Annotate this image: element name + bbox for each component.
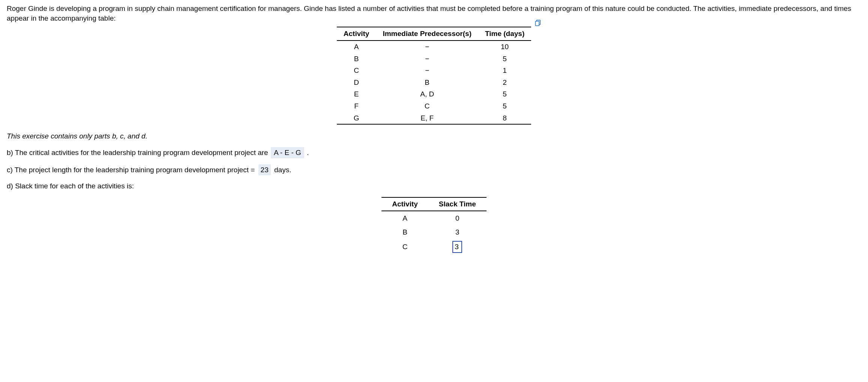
cell-predecessor: B bbox=[376, 77, 478, 89]
part-b-suffix: . bbox=[307, 149, 309, 156]
slack-value: 3 bbox=[454, 227, 461, 238]
part-d-line: d) Slack time for each of the activities… bbox=[7, 181, 861, 191]
slack-input[interactable]: 3 bbox=[453, 241, 462, 253]
cell-time: 5 bbox=[478, 100, 531, 112]
table-row: A−10 bbox=[337, 41, 531, 53]
cell-activity: B bbox=[337, 53, 376, 65]
cell-activity: A bbox=[381, 211, 428, 226]
table-row: B−5 bbox=[337, 53, 531, 65]
part-b-prefix: b) The critical activities for the leade… bbox=[7, 149, 270, 156]
cell-slack: 3 bbox=[428, 225, 487, 239]
cell-activity: C bbox=[337, 65, 376, 77]
cell-activity: C bbox=[381, 239, 428, 254]
cell-predecessor: − bbox=[376, 41, 478, 53]
cell-time: 5 bbox=[478, 88, 531, 100]
cell-activity: E bbox=[337, 88, 376, 100]
cell-activity: F bbox=[337, 100, 376, 112]
cell-time: 5 bbox=[478, 53, 531, 65]
slack-value: 0 bbox=[454, 213, 461, 224]
slack-table: Activity Slack Time A0B3C3 bbox=[381, 197, 487, 254]
slack-table-wrap: Activity Slack Time A0B3C3 bbox=[7, 197, 861, 254]
part-b-line: b) The critical activities for the leade… bbox=[7, 147, 861, 158]
cell-time: 10 bbox=[478, 41, 531, 53]
table-row: C−1 bbox=[337, 65, 531, 77]
cell-predecessor: − bbox=[376, 65, 478, 77]
cell-time: 8 bbox=[478, 112, 531, 125]
cell-slack: 3 bbox=[428, 239, 487, 254]
slack-col-activity: Activity bbox=[381, 197, 428, 211]
col-predecessor: Immediate Predecessor(s) bbox=[376, 27, 478, 41]
table-row: A0 bbox=[381, 211, 487, 226]
cell-predecessor: A, D bbox=[376, 88, 478, 100]
slack-col-slack: Slack Time bbox=[428, 197, 487, 211]
cell-activity: G bbox=[337, 112, 376, 125]
part-c-line: c) The project length for the leadership… bbox=[7, 164, 861, 176]
intro-paragraph: Roger Ginde is developing a program in s… bbox=[7, 4, 861, 23]
part-c-suffix: days. bbox=[274, 166, 291, 174]
critical-path-dropdown[interactable]: A - E - G bbox=[271, 147, 304, 158]
copy-icon[interactable] bbox=[535, 19, 542, 29]
activity-table: Activity Immediate Predecessor(s) Time (… bbox=[337, 27, 531, 125]
cell-activity: B bbox=[381, 225, 428, 239]
activity-table-wrap: Activity Immediate Predecessor(s) Time (… bbox=[7, 27, 861, 125]
col-time: Time (days) bbox=[478, 27, 531, 41]
table-row: B3 bbox=[381, 225, 487, 239]
project-length-input[interactable]: 23 bbox=[258, 164, 271, 176]
table-row: FC5 bbox=[337, 100, 531, 112]
table-row: DB2 bbox=[337, 77, 531, 89]
table-row: EA, D5 bbox=[337, 88, 531, 100]
cell-activity: D bbox=[337, 77, 376, 89]
cell-time: 2 bbox=[478, 77, 531, 89]
table-row: C3 bbox=[381, 239, 487, 254]
cell-predecessor: E, F bbox=[376, 112, 478, 125]
part-c-prefix: c) The project length for the leadership… bbox=[7, 166, 257, 174]
cell-predecessor: C bbox=[376, 100, 478, 112]
exercise-note: This exercise contains only parts b, c, … bbox=[7, 131, 861, 141]
cell-activity: A bbox=[337, 41, 376, 53]
cell-time: 1 bbox=[478, 65, 531, 77]
svg-rect-1 bbox=[536, 21, 539, 26]
cell-slack: 0 bbox=[428, 211, 487, 226]
col-activity: Activity bbox=[337, 27, 376, 41]
cell-predecessor: − bbox=[376, 53, 478, 65]
table-row: GE, F8 bbox=[337, 112, 531, 125]
